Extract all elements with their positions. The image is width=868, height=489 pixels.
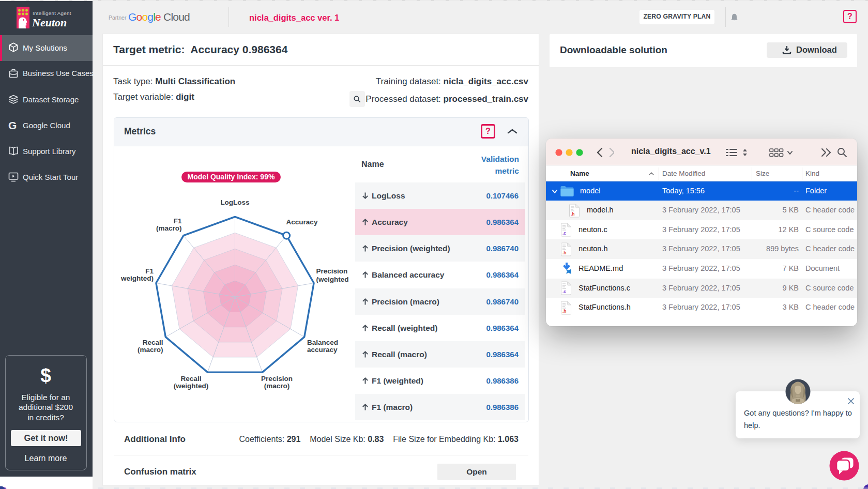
svg-text:.h: .h bbox=[571, 211, 575, 217]
svg-text:Balanced: Balanced bbox=[307, 339, 338, 346]
svg-text:Recall: Recall bbox=[143, 339, 163, 346]
svg-text:.h: .h bbox=[562, 250, 567, 255]
svg-text:LogLoss: LogLoss bbox=[220, 198, 249, 206]
svg-text:Recall: Recall bbox=[181, 375, 202, 383]
svg-text:(macro): (macro) bbox=[138, 346, 163, 354]
svg-text:Precision: Precision bbox=[316, 267, 348, 275]
svg-text:(weighted: (weighted bbox=[316, 276, 349, 283]
svg-text:.h: .h bbox=[562, 309, 567, 314]
svg-text:(weighted): (weighted) bbox=[174, 382, 209, 390]
svg-text:weighted): weighted) bbox=[120, 274, 154, 282]
svg-text:F1: F1 bbox=[145, 267, 154, 275]
svg-text:F1: F1 bbox=[174, 217, 182, 225]
svg-text:(macro): (macro) bbox=[264, 382, 290, 390]
svg-text:.c: .c bbox=[562, 231, 566, 236]
svg-text:(macro): (macro) bbox=[156, 224, 182, 232]
svg-text:Accuracy: Accuracy bbox=[286, 218, 318, 226]
svg-text:accuracy: accuracy bbox=[307, 346, 338, 354]
svg-text:.c: .c bbox=[562, 289, 566, 294]
svg-text:Precision: Precision bbox=[261, 375, 293, 383]
